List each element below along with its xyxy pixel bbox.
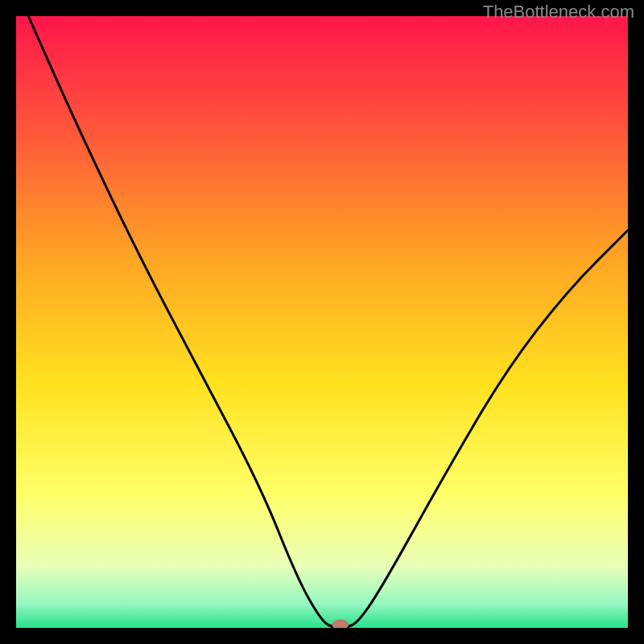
chart-plot-area bbox=[16, 16, 628, 628]
watermark-text: TheBottleneck.com bbox=[483, 2, 634, 23]
svg-rect-0 bbox=[16, 16, 628, 628]
bottleneck-chart bbox=[16, 16, 628, 628]
